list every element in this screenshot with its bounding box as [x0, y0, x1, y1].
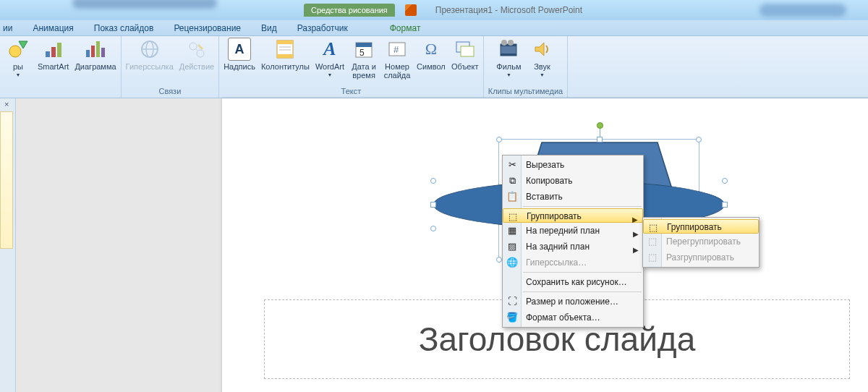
- wordart-icon: A: [318, 38, 341, 61]
- tab-developer[interactable]: Разработчик: [287, 20, 358, 36]
- handle-n[interactable]: [597, 137, 603, 142]
- tab-format[interactable]: Формат: [380, 20, 431, 36]
- menu-bring-front[interactable]: ▦На передний план▶: [503, 223, 643, 239]
- symbol-button[interactable]: Ω Символ: [417, 38, 446, 71]
- smartart-button[interactable]: SmartArt: [38, 38, 69, 71]
- group-label-1: [59, 85, 61, 97]
- menu-link-label: Гиперссылка…: [526, 257, 587, 268]
- handle-nw[interactable]: [496, 137, 502, 142]
- menu-copy[interactable]: ⧉Копировать: [503, 173, 643, 189]
- group-label-media: Клипы мультимедиа: [488, 85, 563, 97]
- svg-rect-29: [501, 54, 516, 56]
- handle2-e[interactable]: [722, 202, 728, 208]
- menu-cut[interactable]: ✂Вырезать: [503, 157, 643, 173]
- menu-separator-3: [523, 291, 642, 292]
- hyperlink-menu-icon: 🌐: [506, 256, 519, 269]
- tab-cut-left[interactable]: ии: [0, 20, 22, 36]
- rotation-handle[interactable]: [597, 122, 603, 129]
- ribbon: ры▼ SmartArt Диаграмма Гиперссылка Дейст…: [0, 36, 868, 98]
- ribbon-group-links: Гиперссылка Действие Связи: [122, 36, 220, 98]
- movie-label: Фильм: [496, 62, 521, 71]
- handle-ne[interactable]: [696, 137, 702, 142]
- handle2-ne[interactable]: [722, 178, 728, 184]
- size-position-icon: ⛶: [506, 295, 519, 308]
- tab-slideshow[interactable]: Показ слайдов: [84, 20, 164, 36]
- chart-icon: [84, 38, 107, 61]
- sound-button[interactable]: Звук▼: [528, 38, 556, 80]
- slide-thumb-strip[interactable]: [0, 111, 13, 249]
- textbox-icon: A: [228, 38, 251, 61]
- svg-marker-32: [535, 43, 544, 56]
- ungroup-icon: ⬚: [646, 251, 659, 264]
- svg-rect-8: [101, 48, 105, 57]
- menu-front-label: На передний план: [526, 226, 600, 236]
- menu-group-label: Группировать: [527, 211, 582, 221]
- chart-button[interactable]: Диаграмма: [75, 38, 116, 71]
- submenu-ungroup-label: Разгруппировать: [666, 252, 734, 263]
- shapes-button[interactable]: ры▼: [4, 38, 32, 80]
- menu-format-obj-label: Формат объекта…: [526, 312, 600, 323]
- menu-group[interactable]: ⬚Группировать▶: [503, 208, 643, 223]
- tab-review[interactable]: Рецензирование: [163, 20, 251, 36]
- svg-line-14: [195, 48, 198, 51]
- datetime-label-2: время: [352, 71, 375, 80]
- menu-save-pic-label: Сохранить как рисунок…: [526, 277, 627, 287]
- menu-paste[interactable]: 📋Вставить: [503, 189, 643, 205]
- menu-size-position[interactable]: ⛶Размер и положение…: [503, 294, 643, 310]
- menu-format-object[interactable]: 🪣Формат объекта…: [503, 310, 643, 325]
- ribbon-group-text: A Надпись Колонтитулы A WordArt▼ 5 Дата …: [219, 36, 484, 98]
- submenu-ungroup: ⬚Разгруппировать: [643, 250, 759, 265]
- menu-paste-label: Вставить: [526, 192, 563, 202]
- group-icon: ⬚: [506, 210, 519, 223]
- header-footer-icon: [273, 38, 297, 61]
- hyperlink-button[interactable]: Гиперссылка: [126, 38, 174, 71]
- header-footer-button[interactable]: Колонтитулы: [261, 38, 310, 71]
- menu-save-as-picture[interactable]: Сохранить как рисунок…: [503, 274, 643, 290]
- movie-button[interactable]: Фильм▼: [495, 38, 522, 80]
- cut-icon: ✂: [506, 158, 519, 171]
- handle2-sw[interactable]: [430, 226, 436, 231]
- svg-marker-1: [19, 41, 27, 48]
- window-controls-blur: [760, 4, 846, 17]
- svg-rect-4: [57, 43, 61, 57]
- submenu-group[interactable]: ⬚Группировать: [643, 219, 759, 234]
- svg-rect-17: [277, 54, 293, 58]
- wordart-button[interactable]: A WordArt▼: [315, 38, 344, 80]
- sound-label: Звук: [534, 62, 550, 71]
- qat-blur: [72, 0, 217, 9]
- shapes-icon: [7, 38, 30, 61]
- handle2-nw[interactable]: [430, 178, 436, 184]
- menu-hyperlink: 🌐Гиперссылка…: [503, 255, 643, 270]
- paste-icon: 📋: [506, 190, 519, 203]
- svg-rect-16: [277, 41, 293, 44]
- submenu-group-label: Группировать: [667, 222, 722, 232]
- datetime-button[interactable]: 5 Дата и время: [350, 38, 378, 80]
- tab-animation[interactable]: Анимация: [22, 20, 83, 36]
- slidenumber-button[interactable]: # Номер слайда: [383, 38, 411, 80]
- sound-icon: [530, 38, 553, 61]
- header-footer-label: Колонтитулы: [261, 62, 310, 71]
- handle2-w[interactable]: [430, 202, 436, 208]
- action-label: Действие: [179, 62, 214, 71]
- ribbon-tabs: ии Анимация Показ слайдов Рецензирование…: [0, 20, 868, 36]
- object-button[interactable]: Объект: [451, 38, 479, 71]
- svg-rect-26: [461, 46, 474, 56]
- copy-icon: ⧉: [506, 174, 519, 187]
- context-menu: ✂Вырезать ⧉Копировать 📋Вставить ⬚Группир…: [502, 155, 644, 328]
- menu-send-back[interactable]: ▨На задний план▶: [503, 239, 643, 255]
- tab-view[interactable]: Вид: [251, 20, 287, 36]
- datetime-icon: 5: [352, 38, 375, 61]
- object-icon: [454, 38, 477, 61]
- textbox-button[interactable]: A Надпись: [224, 38, 255, 71]
- submenu-regroup: ⬚Перегруппировать: [643, 234, 759, 250]
- title-bar: Средства рисования Презентация1 - Micros…: [0, 0, 868, 20]
- slidenumber-label-2: слайда: [384, 71, 411, 80]
- action-button[interactable]: Действие: [179, 38, 214, 71]
- handle-sw[interactable]: [496, 257, 502, 263]
- contextual-tool-tab: Средства рисования: [304, 4, 395, 17]
- menu-back-label: На задний план: [526, 242, 590, 252]
- svg-rect-3: [51, 47, 56, 57]
- chart-label: Диаграмма: [75, 62, 116, 71]
- group-submenu: ⬚Группировать ⬚Перегруппировать ⬚Разгруп…: [642, 217, 760, 268]
- bring-front-icon: ▦: [506, 224, 519, 237]
